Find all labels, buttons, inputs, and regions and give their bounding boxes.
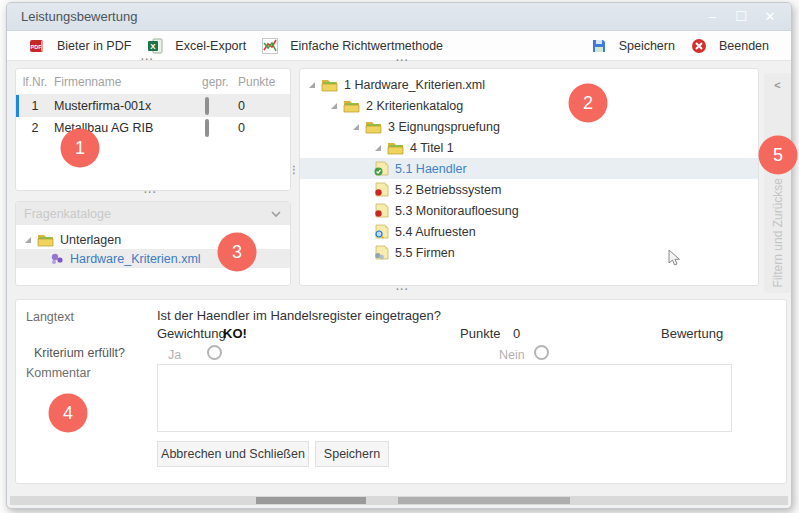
fk-node-label: Unterlagen xyxy=(60,233,121,247)
table-row-bidder-2[interactable]: 2 Metallbau AG RIB 0 xyxy=(16,117,290,139)
tree-node-betriebssystem[interactable]: 5.2 Betriebssystem xyxy=(300,179,758,200)
bieter-in-pdf-label: Bieter in PDF xyxy=(57,39,131,53)
chevron-left-icon[interactable]: < xyxy=(774,79,780,91)
bidder-punkte: 0 xyxy=(238,121,282,135)
tree-node-hardware-kriterien[interactable]: 1 Hardware_Kriterien.xml xyxy=(300,74,758,95)
col-header-lfnr[interactable]: lf.Nr. xyxy=(16,75,54,89)
splitter-grip[interactable]: ··· xyxy=(141,57,154,63)
gepr-cell xyxy=(202,121,238,135)
chart-icon xyxy=(262,38,278,54)
expander-icon[interactable] xyxy=(330,102,339,110)
mouse-cursor-icon xyxy=(668,249,682,267)
minimize-button[interactable]: – xyxy=(701,7,723,27)
kriterium-erfuellt-label: Kriterium erfüllt? xyxy=(34,346,125,360)
tree-node-kriterienkatalog[interactable]: 2 Kriterienkatalog xyxy=(300,95,758,116)
criterion-group-icon xyxy=(374,245,389,260)
gepr-checkbox[interactable] xyxy=(205,97,209,115)
expander-icon[interactable] xyxy=(308,81,317,89)
horizontal-scrollbar[interactable] xyxy=(10,496,788,505)
bieter-in-pdf-button[interactable]: PDF Bieter in PDF xyxy=(21,35,139,57)
abbrechen-button[interactable]: Abbrechen und Schließen xyxy=(157,441,309,467)
tree-node-firmen[interactable]: 5.5 Firmen xyxy=(300,242,758,263)
splitter-grip[interactable]: ··· xyxy=(396,58,409,64)
annotation-callout-5: 5 xyxy=(759,136,798,175)
ja-radio[interactable] xyxy=(207,345,222,360)
close-button[interactable]: ✕ xyxy=(759,7,781,27)
tree-node-aufruesten[interactable]: 5.4 Aufruesten xyxy=(300,221,758,242)
pdf-icon: PDF xyxy=(29,38,45,54)
excel-icon: X xyxy=(147,38,163,54)
langtext-label: Langtext xyxy=(26,310,74,324)
beenden-button[interactable]: Beenden xyxy=(683,35,777,57)
richtwertmethode-label: Einfache Richtwertmethode xyxy=(290,39,443,53)
bidder-punkte: 0 xyxy=(238,99,282,113)
filter-side-tab[interactable]: < Filtern und Zurückse xyxy=(764,73,791,293)
annotation-callout-4: 4 xyxy=(49,394,88,433)
nein-label: Nein xyxy=(499,348,525,362)
col-header-gepr[interactable]: gepr. xyxy=(202,75,238,89)
speichern-button[interactable]: Speichern xyxy=(583,35,683,57)
splitter-grip[interactable]: ··· xyxy=(396,287,409,293)
quit-icon xyxy=(691,38,707,54)
criterion-pending-icon xyxy=(374,203,389,218)
svg-text:X: X xyxy=(151,42,157,51)
ja-label: Ja xyxy=(168,348,181,362)
gepr-cell xyxy=(202,99,238,113)
filter-side-tab-label: Filtern und Zurückse xyxy=(771,178,785,287)
save-icon xyxy=(591,38,607,54)
folder-icon xyxy=(321,78,338,92)
tree-node-label: 5.4 Aufruesten xyxy=(395,225,476,239)
speichern-form-button[interactable]: Speichern xyxy=(315,441,389,467)
bidder-name: Musterfirma-001x xyxy=(54,99,202,113)
tree-node-label: 2 Kriterienkatalog xyxy=(366,99,463,113)
nein-radio[interactable] xyxy=(534,345,549,360)
criterion-ok-icon xyxy=(374,161,389,176)
annotation-callout-2: 2 xyxy=(569,84,608,123)
beenden-label: Beenden xyxy=(719,39,769,53)
annotation-callout-1: 1 xyxy=(61,129,100,168)
punkte-label: Punkte xyxy=(460,326,500,341)
bidder-nr: 1 xyxy=(16,99,54,113)
svg-text:PDF: PDF xyxy=(31,43,43,49)
excel-export-label: Excel-Export xyxy=(175,39,246,53)
criterion-search-icon xyxy=(374,224,389,239)
toolbar-right: Speichern Beenden xyxy=(583,35,777,57)
criteria-tree-panel: 1 Hardware_Kriterien.xml 2 Kriterienkata… xyxy=(299,68,759,286)
gepr-checkbox[interactable] xyxy=(205,119,209,137)
fragenkataloge-header[interactable]: Fragenkataloge xyxy=(16,202,290,225)
tree-node-titel-1[interactable]: 4 Titel 1 xyxy=(300,137,758,158)
tree-node-monitoraufloesung[interactable]: 5.3 Monitoraufloesung xyxy=(300,200,758,221)
scrollbar-thumb[interactable] xyxy=(256,497,366,504)
expander-icon[interactable] xyxy=(352,123,361,131)
fk-node-label: Hardware_Kriterien.xml xyxy=(70,252,201,266)
tree-node-haendler[interactable]: 5.1 Haendler xyxy=(300,158,758,179)
tree-node-label: 5.3 Monitoraufloesung xyxy=(395,204,519,218)
chevron-down-icon xyxy=(270,210,282,218)
xml-file-icon xyxy=(50,252,64,265)
bewertung-label: Bewertung xyxy=(661,326,723,341)
gewichtung-value: KO! xyxy=(223,326,247,341)
screen: Leistungsbewertung – ☐ ✕ PDF Bieter in P… xyxy=(0,0,799,513)
col-header-punkte[interactable]: Punkte xyxy=(238,75,282,89)
bidder-nr: 2 xyxy=(16,121,54,135)
title-bar: Leistungsbewertung – ☐ ✕ xyxy=(7,3,791,31)
kommentar-input[interactable] xyxy=(157,364,732,432)
tree-node-label: 3 Eignungspruefung xyxy=(388,120,500,134)
criterion-pending-icon xyxy=(374,182,389,197)
maximize-button[interactable]: ☐ xyxy=(730,7,752,27)
criterion-detail-panel: Langtext Ist der Haendler im Handelsregi… xyxy=(15,299,787,484)
speichern-label: Speichern xyxy=(619,39,675,53)
scrollbar-thumb[interactable] xyxy=(398,497,570,504)
richtwertmethode-button[interactable]: Einfache Richtwertmethode xyxy=(254,35,451,57)
splitter-grip[interactable]: ··· xyxy=(144,190,157,196)
punkte-value: 0 xyxy=(513,326,520,341)
tree-node-eignungspruefung[interactable]: 3 Eignungspruefung xyxy=(300,116,758,137)
col-header-firmenname[interactable]: Firmenname xyxy=(54,75,202,89)
kommentar-label: Kommentar xyxy=(26,366,91,380)
bidders-table-header: lf.Nr. Firmenname gepr. Punkte xyxy=(16,69,290,95)
table-row-bidder-1[interactable]: 1 Musterfirma-001x 0 xyxy=(16,95,290,117)
expander-icon[interactable] xyxy=(374,144,383,152)
splitter-grip-vertical[interactable]: ⋮ xyxy=(289,168,299,171)
expander-icon[interactable] xyxy=(24,236,33,244)
excel-export-button[interactable]: X Excel-Export xyxy=(139,35,254,57)
